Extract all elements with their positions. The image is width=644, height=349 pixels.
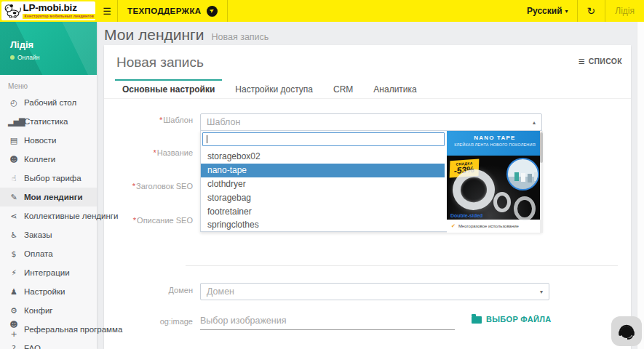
sidebar-item-collective-landings[interactable]: ⋖Коллективные лендинги — [0, 206, 97, 225]
domain-field-label: Домен — [104, 286, 193, 294]
refresh-button[interactable]: ↻ — [578, 0, 605, 22]
language-label: Русский — [527, 6, 562, 16]
sidebar-item-referral[interactable]: ☻+Реферальная программа — [0, 320, 97, 339]
preview-caption: Double-sided — [450, 213, 482, 218]
sidebar-item-my-landings[interactable]: ✎Мои лендинги — [0, 188, 97, 206]
page-scrollbar[interactable] — [637, 22, 644, 349]
template-options-list: storagebox02 nano-tape clothdryer storag… — [201, 150, 445, 232]
preview-header: NANO TAPE КЛЕЙКАЯ ЛЕНТА НОВОГО ПОКОЛЕНИЯ — [447, 131, 543, 156]
sidebar-item-statistics[interactable]: ▂▅▇Статистика — [0, 112, 97, 131]
form-card: Новая запись ☰ СПИСОК Основные настройки… — [104, 45, 631, 349]
sidebar-item-tariff[interactable]: ☝Выбор тарифа — [0, 169, 97, 188]
option-footretainer[interactable]: footretainer — [201, 204, 445, 218]
tab-bar: Основные настройки Настройки доступа CRM… — [104, 79, 631, 99]
sidebar-item-news[interactable]: ▤Новости — [0, 131, 97, 150]
page-title: Мои лендинги — [104, 26, 204, 44]
template-preview-image: NANO TAPE КЛЕЙКАЯ ЛЕНТА НОВОГО ПОКОЛЕНИЯ… — [447, 131, 543, 233]
tab-main-settings[interactable]: Основные настройки — [115, 79, 222, 98]
chevron-down-icon: ▾ — [565, 8, 568, 15]
profile-panel: Лідія Онлайн — [0, 22, 97, 75]
pencil-icon: ✎ — [8, 193, 19, 202]
option-clothdryer[interactable]: clothdryer — [201, 177, 445, 191]
brand-subtitle: Конструктор мобильных лендингов — [23, 14, 95, 19]
users-icon: ☻ — [8, 155, 19, 164]
preview-scrollbar[interactable] — [540, 131, 543, 233]
option-storagebag[interactable]: storagebag — [201, 190, 445, 204]
sidebar-item-faq[interactable]: ?FAQ — [0, 339, 97, 349]
chevron-down-icon: ▾ — [540, 289, 543, 295]
sidebar: Лідія Онлайн Меню ◴Рабочий стол ▂▅▇Стати… — [0, 22, 97, 349]
preview-title: NANO TAPE — [447, 135, 543, 141]
brand-logo[interactable]: LP-mobi.biz Конструктор мобильных лендин… — [0, 0, 97, 22]
sidebar-item-dashboard[interactable]: ◴Рабочий стол — [0, 93, 97, 112]
preview-product-area: СКИДКА -53% Double-sided — [447, 156, 543, 220]
plug-icon: ⚡ — [8, 268, 19, 278]
choose-file-button[interactable]: ВЫБОР ФАЙЛА — [472, 315, 552, 324]
sidebar-item-payment[interactable]: $Оплата — [0, 244, 97, 263]
main-content: Мои лендинги Новая запись Новая запись ☰… — [97, 22, 637, 349]
tab-crm[interactable]: CRM — [326, 79, 360, 98]
option-springclothes[interactable]: springclothes — [201, 218, 445, 232]
preview-scrollbar-thumb[interactable] — [540, 132, 543, 163]
sidebar-item-config[interactable]: ⚙Конфиг — [0, 301, 97, 320]
dollar-icon: $ — [8, 249, 19, 259]
brand-logo-inner: LP-mobi.biz Конструктор мобильных лендин… — [1, 1, 95, 20]
user-menu[interactable]: Лідія — [605, 0, 644, 22]
page-header: Мои лендинги Новая запись — [104, 26, 269, 44]
topbar-spacer — [228, 0, 519, 22]
support-button[interactable]: ТЕХПОДДЕРЖКА ➤ — [118, 0, 227, 22]
breadcrumb: Новая запись — [211, 32, 269, 42]
sidebar-item-colleagues[interactable]: ☻Коллеги — [0, 150, 97, 169]
check-icon: ✔ — [451, 223, 456, 229]
online-status-label: Онлайн — [17, 54, 39, 61]
list-button[interactable]: ☰ СПИСОК — [579, 57, 622, 65]
template-select[interactable]: Шаблон ▴ — [200, 113, 542, 131]
seo-title-field-label: *Заголовок SEO — [104, 182, 193, 190]
menu-section-label: Меню — [0, 75, 97, 93]
template-dropdown-panel: storagebox02 nano-tape clothdryer storag… — [200, 130, 542, 232]
dog-logo-icon — [4, 2, 21, 20]
tape-roll-small — [493, 192, 511, 212]
section-divider — [186, 265, 618, 266]
preview-inset-photo — [506, 158, 539, 190]
sidebar-item-settings[interactable]: ♟Настройки — [0, 282, 97, 301]
template-search-input[interactable] — [202, 132, 445, 146]
profile-name: Лідія — [10, 39, 97, 50]
list-icon: ☰ — [579, 57, 585, 65]
folder-icon — [472, 316, 482, 324]
template-field-label: *Шаблон — [104, 116, 193, 124]
domain-select[interactable]: Домен ▾ — [200, 283, 549, 300]
online-status-dot — [10, 55, 15, 60]
text-cursor — [207, 135, 207, 143]
hand-pointer-icon: ☝ — [8, 174, 19, 183]
brand-title: LP-mobi.biz — [23, 3, 95, 13]
card-title: Новая запись — [116, 55, 204, 71]
newspaper-icon: ▤ — [8, 136, 19, 145]
user-plus-icon: ☻+ — [8, 320, 19, 339]
bar-chart-icon: ▂▅▇ — [8, 117, 19, 127]
sidebar-item-orders[interactable]: ♿Заказы — [0, 225, 97, 244]
support-label: ТЕХПОДДЕРЖКА — [127, 7, 202, 15]
chevron-up-icon: ▴ — [533, 119, 536, 126]
tape-roll-small — [514, 196, 536, 221]
telegram-icon: ➤ — [207, 6, 218, 17]
preview-footer: ✔ Многоразовое использование — [447, 220, 543, 233]
headset-icon — [616, 321, 637, 342]
tab-analytics[interactable]: Аналитика — [366, 79, 424, 98]
language-dropdown[interactable]: Русский ▾ — [518, 0, 577, 22]
tab-access-settings[interactable]: Настройки доступа — [228, 79, 320, 98]
sidebar-item-integrations[interactable]: ⚡Интеграции — [0, 263, 97, 282]
gears-icon: ⚙ — [8, 306, 19, 316]
name-field-label: *Название — [104, 148, 193, 157]
option-nano-tape[interactable]: nano-tape — [201, 164, 445, 177]
share-icon: ⋖ — [8, 212, 19, 221]
menu-toggle-button[interactable]: ☰ — [97, 0, 117, 22]
cart-icon: ♿ — [8, 230, 19, 240]
user-icon: ♟ — [8, 287, 19, 297]
option-storagebox02[interactable]: storagebox02 — [201, 150, 445, 164]
support-chat-widget[interactable] — [611, 316, 642, 346]
profile-status: Онлайн — [10, 54, 97, 61]
og-image-input[interactable] — [200, 311, 455, 330]
gauge-icon: ◴ — [8, 98, 19, 108]
preview-subtitle: КЛЕЙКАЯ ЛЕНТА НОВОГО ПОКОЛЕНИЯ — [447, 143, 543, 147]
